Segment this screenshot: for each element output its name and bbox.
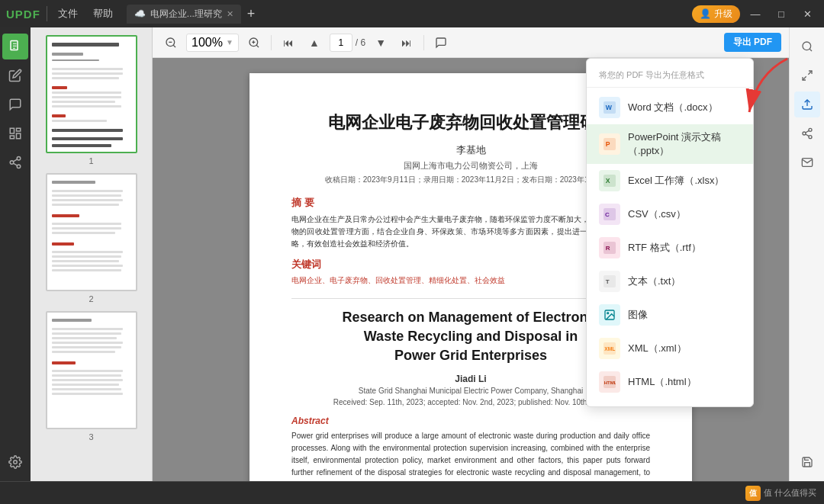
export-pdf-button[interactable]: 导出 PDF bbox=[724, 33, 781, 52]
page-prev-btn[interactable]: ▲ bbox=[304, 32, 325, 53]
title-divider-1 bbox=[47, 6, 47, 21]
title-bar: UPDF 文件 帮助 ☁️ 电网企业...理研究 ✕ + 👤 升级 — □ ✕ bbox=[0, 0, 824, 27]
export-option-txt[interactable]: T 文本（.txt） bbox=[587, 265, 753, 298]
right-icon-search[interactable] bbox=[794, 34, 820, 59]
thumbnail-img-3 bbox=[46, 311, 137, 429]
right-icon-save[interactable] bbox=[794, 449, 820, 475]
rtf-icon: R bbox=[599, 237, 620, 258]
svg-line-12 bbox=[173, 45, 175, 47]
export-option-image[interactable]: 图像 bbox=[587, 298, 753, 332]
comment-btn[interactable] bbox=[430, 32, 452, 53]
zoom-dropdown-icon[interactable]: ▼ bbox=[226, 38, 233, 47]
pdf-section-abstract-en: Abstract bbox=[291, 416, 650, 426]
close-button[interactable]: ✕ bbox=[797, 3, 818, 24]
export-option-ppt-label: PowerPoint 演示文稿（.pptx） bbox=[628, 130, 741, 158]
tab-icon: ☁️ bbox=[134, 8, 146, 19]
thumbnail-page-2[interactable]: 2 bbox=[46, 173, 137, 303]
svg-text:HTML: HTML bbox=[604, 380, 616, 385]
zoom-out-btn[interactable] bbox=[160, 32, 182, 53]
thumbnail-num-2: 2 bbox=[89, 294, 93, 303]
menu-file[interactable]: 文件 bbox=[53, 5, 82, 22]
svg-line-40 bbox=[803, 76, 806, 80]
export-option-ppt[interactable]: P PowerPoint 演示文稿（.pptx） bbox=[587, 124, 753, 164]
svg-text:XML: XML bbox=[604, 346, 615, 352]
thumbnail-page-1[interactable]: 1 bbox=[46, 35, 137, 165]
svg-line-8 bbox=[13, 163, 17, 165]
export-option-html[interactable]: HTML HTML（.html） bbox=[587, 365, 753, 399]
export-option-rtf-label: RTF 格式（.rtf） bbox=[628, 241, 701, 255]
page-total: / 6 bbox=[356, 37, 365, 48]
export-option-xml[interactable]: XML XML（.xml） bbox=[587, 332, 753, 365]
svg-rect-2 bbox=[17, 128, 21, 131]
sidebar-icon-comment[interactable] bbox=[2, 91, 28, 117]
page-nav: / 6 bbox=[330, 34, 365, 52]
svg-text:W: W bbox=[606, 104, 613, 111]
toolbar-sep-2 bbox=[423, 35, 424, 50]
toolbar: 100% ▼ ⏮ ▲ / 6 ▼ ⏭ 导出 PDF bbox=[153, 27, 789, 58]
toolbar-sep-1 bbox=[271, 35, 272, 50]
svg-point-31 bbox=[607, 313, 609, 314]
svg-text:X: X bbox=[606, 177, 610, 185]
zoom-area: 100% ▼ bbox=[186, 34, 239, 52]
watermark-logo: 值 bbox=[745, 486, 761, 501]
export-option-excel[interactable]: X Excel 工作簿（.xlsx） bbox=[587, 164, 753, 197]
page-last-btn[interactable]: ⏭ bbox=[396, 32, 417, 53]
svg-point-7 bbox=[17, 165, 21, 169]
page-next-btn[interactable]: ▼ bbox=[370, 32, 391, 53]
sidebar-icon-share[interactable] bbox=[2, 149, 28, 175]
svg-rect-3 bbox=[17, 133, 21, 139]
thumbnail-panel: 1 bbox=[31, 27, 153, 481]
sidebar-icon-pages[interactable] bbox=[2, 120, 28, 146]
page-input[interactable] bbox=[330, 34, 352, 52]
export-option-csv-label: CSV（.csv） bbox=[628, 207, 686, 221]
sidebar-icon-settings[interactable] bbox=[2, 449, 28, 475]
svg-text:C: C bbox=[605, 211, 610, 218]
menu-help[interactable]: 帮助 bbox=[89, 5, 117, 22]
tab-area: ☁️ 电网企业...理研究 ✕ + bbox=[127, 5, 686, 24]
right-icon-fit[interactable] bbox=[794, 63, 820, 88]
zoom-in-btn[interactable] bbox=[243, 32, 265, 53]
page-first-btn[interactable]: ⏮ bbox=[278, 32, 299, 53]
minimize-button[interactable]: — bbox=[745, 3, 766, 24]
upgrade-icon: 👤 bbox=[700, 8, 711, 19]
upgrade-label: 升级 bbox=[714, 8, 732, 21]
svg-line-45 bbox=[805, 134, 809, 136]
tab-document[interactable]: ☁️ 电网企业...理研究 ✕ bbox=[127, 5, 241, 24]
bottom-bar: 值 值 什么值得买 bbox=[0, 481, 824, 504]
main-area: 1 bbox=[0, 27, 824, 481]
export-option-word[interactable]: W Word 文档（.docx） bbox=[587, 91, 753, 124]
txt-icon: T bbox=[599, 271, 620, 292]
sidebar-icon-edit[interactable] bbox=[2, 63, 28, 88]
watermark-text: 值 什么值得买 bbox=[764, 487, 816, 499]
export-option-csv[interactable]: C CSV（.csv） bbox=[587, 197, 753, 231]
svg-rect-1 bbox=[10, 128, 14, 133]
tab-close-btn[interactable]: ✕ bbox=[227, 9, 233, 19]
zoom-value: 100% bbox=[192, 36, 223, 50]
right-icon-mail[interactable] bbox=[794, 149, 820, 175]
tab-label: 电网企业...理研究 bbox=[150, 8, 222, 21]
export-option-image-label: 图像 bbox=[628, 308, 648, 322]
svg-line-15 bbox=[256, 45, 259, 47]
image-icon bbox=[599, 304, 620, 326]
right-icon-export[interactable] bbox=[794, 91, 820, 117]
svg-point-43 bbox=[803, 132, 806, 135]
toolbar-right: 导出 PDF bbox=[724, 33, 781, 52]
right-icon-share[interactable] bbox=[794, 120, 820, 146]
export-option-html-label: HTML（.html） bbox=[628, 375, 697, 389]
upgrade-button[interactable]: 👤 升级 bbox=[692, 5, 740, 23]
thumbnail-img-2 bbox=[46, 173, 137, 291]
svg-point-42 bbox=[809, 128, 812, 131]
new-tab-btn[interactable]: + bbox=[244, 6, 259, 22]
right-sidebar bbox=[789, 27, 824, 481]
svg-rect-4 bbox=[10, 136, 14, 139]
thumbnail-num-1: 1 bbox=[89, 156, 93, 165]
sidebar-icon-document[interactable] bbox=[2, 34, 28, 59]
export-option-word-label: Word 文档（.docx） bbox=[628, 101, 718, 114]
svg-line-39 bbox=[808, 71, 812, 75]
svg-point-37 bbox=[803, 42, 811, 50]
export-option-rtf[interactable]: R RTF 格式（.rtf） bbox=[587, 231, 753, 265]
maximize-button[interactable]: □ bbox=[771, 3, 792, 24]
svg-point-5 bbox=[17, 157, 21, 161]
thumbnail-page-3[interactable]: 3 bbox=[46, 311, 137, 441]
word-icon: W bbox=[599, 97, 620, 118]
